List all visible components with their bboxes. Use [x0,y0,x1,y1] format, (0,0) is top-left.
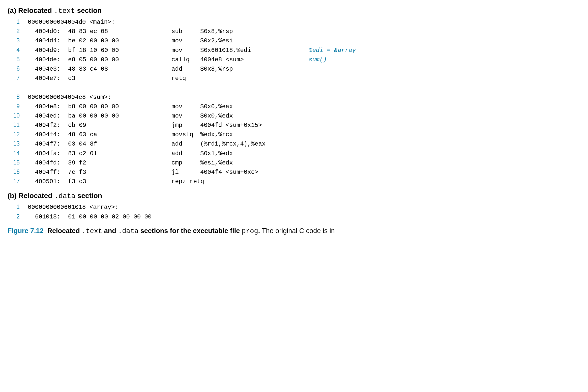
byte-sequence: e8 05 00 00 00 [68,55,171,64]
code-line: 2 601018:01 00 00 00 02 00 00 00 [8,212,580,221]
address: 4004d0: [28,27,68,36]
line-number: 13 [8,139,28,148]
byte-sequence: 39 f2 [68,158,171,167]
code-line: 3 4004d4:be 02 00 00 00mov$0x2,%esi [8,36,580,45]
line-number: 8 [8,93,28,102]
byte-sequence: 48 63 ca [68,130,171,139]
heading-a-post: section [75,7,102,14]
line-number: 1 [8,203,28,212]
mnemonic: cmp [171,158,200,167]
mnemonic: add [171,139,200,149]
mnemonic: mov [171,46,200,55]
code-line: 9 4004e8:b8 00 00 00 00mov$0x0,%eax [8,102,580,111]
address: 4004e3: [28,64,68,74]
caption-bold-pre: Relocated [47,227,82,235]
line-number: 4 [8,46,28,55]
address: 4004fd: [28,158,68,167]
mnemonic: retq [171,74,200,83]
address: 4004ff: [28,167,68,177]
code-line: 12 4004f4:48 63 camovslq%edx,%rcx [8,130,580,139]
code-line: 800000000004004e8 <sum>: [8,93,580,102]
mnemonic: add [171,149,200,158]
mnemonic: mov [171,102,200,111]
operands: $0x1,%edx [200,149,309,158]
byte-sequence: 83 c2 01 [68,149,171,158]
caption-mono2: .data [118,228,138,235]
code-line: 4 4004d9:bf 18 10 60 00mov$0x601018,%edi… [8,46,580,55]
line-number: 3 [8,36,28,45]
caption-rest: The original C code is in [260,227,335,235]
line-number: 2 [8,27,28,36]
code-line: 13 4004f7:03 04 8fadd(%rdi,%rcx,4),%eax [8,139,580,149]
mnemonic: repz retq [171,177,204,186]
caption-mono1: .text [82,228,102,235]
heading-b: (b) Relocated .data section [8,192,580,200]
address: 4004f2: [28,121,68,130]
address: 4004f4: [28,130,68,139]
caption-bold-mid: and [102,227,118,235]
heading-b-post: section [75,192,102,200]
operands: $0x0,%eax [200,102,309,111]
mnemonic: movslq [171,130,200,139]
line-number: 15 [8,158,28,167]
address: 4004e8: [28,102,68,111]
code-line: 10000000000601018 <array>: [8,203,580,212]
address: 601018: [28,212,68,221]
operands: 4004fd <sum+0x15> [200,121,309,130]
mnemonic: jl [171,167,200,177]
address: 4004d9: [28,46,68,55]
line-number: 17 [8,177,28,186]
operands: 4004e8 <sum> [200,55,309,64]
line-number: 10 [8,111,28,120]
symbol-label: 0000000000601018 <array>: [28,203,119,212]
address: 4004de: [28,55,68,64]
operands: %esi,%edx [200,158,309,167]
code-line: 7 4004e7:c3retq [8,74,580,83]
operands: 4004f4 <sum+0xc> [200,167,309,177]
figure-caption: Figure 7.12 Relocated .text and .data se… [8,227,580,235]
heading-a: (a) Relocated .text section [8,7,580,15]
mnemonic: mov [171,111,200,121]
address: 4004fa: [28,149,68,158]
byte-sequence: b8 00 00 00 00 [68,102,171,111]
byte-sequence: 01 00 00 00 02 00 00 00 [68,212,171,221]
line-number: 1 [8,17,28,26]
caption-bold-dot: . [258,227,260,235]
mnemonic: sub [171,27,200,36]
line-number: 5 [8,55,28,64]
byte-sequence: be 02 00 00 00 [68,36,171,45]
code-line: 100000000004004d0 <main>: [8,17,580,27]
caption-mono3: prog [242,228,258,235]
code-block-data: 10000000000601018 <array>:2 601018:01 00… [8,203,580,221]
byte-sequence: 7c f3 [68,167,171,177]
comment: sum() [309,55,327,64]
mnemonic: jmp [171,121,200,130]
caption-bold-post: sections for the executable file [138,227,242,235]
line-number: 2 [8,212,28,221]
code-block-text: 100000000004004d0 <main>:2 4004d0:48 83 … [8,17,580,186]
operands: $0x8,%rsp [200,64,309,74]
line-number: 7 [8,74,28,83]
mnemonic: mov [171,36,200,45]
operands: $0x0,%edx [200,111,309,121]
operands: %edx,%rcx [200,130,309,139]
heading-a-mono: .text [54,7,75,15]
line-number: 11 [8,121,28,130]
line-number: 12 [8,130,28,139]
line-number: 16 [8,167,28,177]
address: 4004d4: [28,36,68,45]
byte-sequence: 48 83 ec 08 [68,27,171,36]
line-number: 14 [8,149,28,158]
byte-sequence: f3 c3 [68,177,171,186]
heading-a-pre: (a) Relocated [8,7,54,14]
address: 4004e7: [28,74,68,83]
code-line: 6 4004e3:48 83 c4 08add$0x8,%rsp [8,64,580,74]
address: 4004ed: [28,111,68,121]
code-line: 15 4004fd:39 f2cmp%esi,%edx [8,158,580,167]
operands: (%rdi,%rcx,4),%eax [200,139,309,149]
line-number: 6 [8,64,28,73]
byte-sequence: eb 09 [68,121,171,130]
address: 400501: [28,177,68,186]
symbol-label: 00000000004004d0 <main>: [28,17,115,27]
caption-figlabel: Figure 7.12 [8,227,44,235]
